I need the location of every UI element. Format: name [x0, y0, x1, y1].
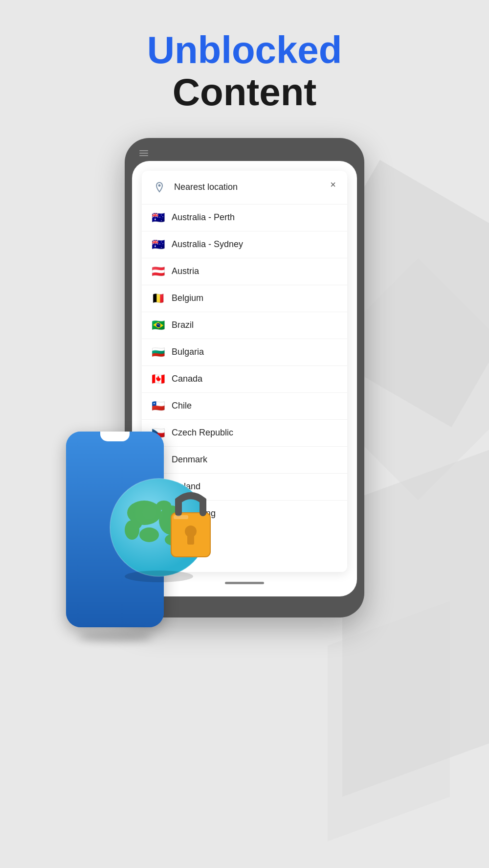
- svg-rect-16: [174, 515, 188, 519]
- globe-lock-decoration: [95, 449, 232, 588]
- title-unblocked: Unblocked: [147, 29, 342, 71]
- close-button[interactable]: ×: [326, 178, 340, 192]
- location-name-au-sydney: Australia - Sydney: [172, 239, 243, 250]
- flag-icon-bg: 🇧🇬: [152, 347, 165, 358]
- location-item-au-sydney[interactable]: 🇦🇺Australia - Sydney: [142, 231, 347, 258]
- pin-icon: [152, 180, 167, 195]
- svg-point-9: [131, 511, 143, 529]
- location-item-cl[interactable]: 🇨🇱Chile: [142, 393, 347, 420]
- svg-rect-15: [187, 535, 194, 545]
- location-name-br: Brazil: [172, 320, 194, 330]
- flag-icon-au-sydney: 🇦🇺: [152, 239, 165, 250]
- location-name-bg: Bulgaria: [172, 347, 204, 357]
- page-container: Unblocked Content ×: [0, 0, 489, 868]
- svg-point-5: [139, 527, 159, 542]
- location-name-cz: Czech Republic: [172, 428, 233, 438]
- location-item-at[interactable]: 🇦🇹Austria: [142, 258, 347, 285]
- location-name-be: Belgium: [172, 293, 203, 303]
- tablet-lines: [139, 150, 148, 156]
- location-item-be[interactable]: 🇧🇪Belgium: [142, 285, 347, 312]
- flag-icon-be: 🇧🇪: [152, 293, 165, 304]
- tablet-wrapper: × Nearest location 🇦🇺Australia - Perth🇦: [125, 138, 364, 617]
- flag-icon-ca: 🇨🇦: [152, 374, 165, 385]
- phone-shadow: [78, 632, 152, 642]
- title-content: Content: [147, 71, 342, 114]
- flag-icon-at: 🇦🇹: [152, 266, 165, 277]
- phone-notch: [100, 432, 130, 441]
- svg-point-11: [125, 571, 193, 582]
- nearest-location-label: Nearest location: [174, 182, 238, 192]
- flag-icon-au-perth: 🇦🇺: [152, 212, 165, 223]
- location-item-au-perth[interactable]: 🇦🇺Australia - Perth: [142, 205, 347, 231]
- tablet-line: [139, 150, 148, 151]
- svg-point-8: [156, 501, 171, 510]
- location-name-au-perth: Australia - Perth: [172, 212, 235, 223]
- location-name-at: Austria: [172, 266, 199, 276]
- nearest-location-item[interactable]: Nearest location: [142, 171, 347, 205]
- flag-icon-br: 🇧🇷: [152, 320, 165, 331]
- tablet-line: [139, 153, 148, 154]
- location-name-ca: Canada: [172, 374, 202, 384]
- location-name-cl: Chile: [172, 401, 192, 411]
- header-section: Unblocked Content: [147, 29, 342, 114]
- flag-icon-cl: 🇨🇱: [152, 401, 165, 411]
- location-item-br[interactable]: 🇧🇷Brazil: [142, 312, 347, 339]
- svg-point-0: [158, 184, 161, 186]
- tablet-notch-area: [132, 148, 357, 159]
- location-item-cz[interactable]: 🇨🇿Czech Republic: [142, 420, 347, 447]
- location-item-bg[interactable]: 🇧🇬Bulgaria: [142, 339, 347, 366]
- location-item-ca[interactable]: 🇨🇦Canada: [142, 366, 347, 393]
- tablet-line: [139, 155, 148, 156]
